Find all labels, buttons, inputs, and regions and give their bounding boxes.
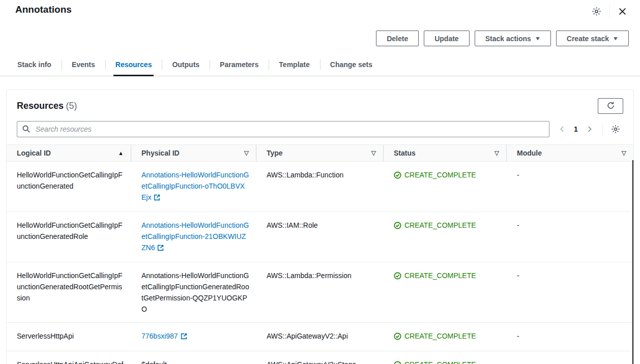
physical-id-cell: $default — [131, 351, 256, 364]
table-row[interactable]: HelloWorldFunctionGetCallingIpFunctionGe… — [7, 262, 633, 323]
module-cell: - — [507, 351, 633, 364]
previous-page-button[interactable] — [557, 125, 568, 134]
column-label: Logical ID — [17, 149, 51, 157]
chevron-down-icon: ▼ — [534, 36, 541, 41]
logical-id-cell: HelloWorldFunctionGetCallingIpFunctionGe… — [7, 212, 131, 262]
physical-id-cell: Annotations-HelloWorldFunctionGetCalling… — [131, 262, 256, 322]
module-cell: - — [507, 212, 633, 262]
table-preferences-gear-icon[interactable] — [610, 124, 621, 135]
column-label: Type — [267, 149, 283, 157]
table-row[interactable]: HelloWorldFunctionGetCallingIpFunctionGe… — [7, 212, 633, 262]
column-header-type[interactable]: Type ▽ — [256, 145, 384, 161]
search-icon — [22, 125, 31, 135]
refresh-button[interactable] — [598, 98, 623, 114]
column-header-status[interactable]: Status ▽ — [384, 145, 507, 161]
tab-events[interactable]: Events — [62, 55, 105, 76]
stack-actions-button[interactable]: Stack actions ▼ — [475, 31, 551, 46]
type-cell: AWS::IAM::Role — [256, 212, 384, 262]
tab-stack-info[interactable]: Stack info — [7, 55, 62, 76]
refresh-icon — [606, 101, 615, 111]
update-button-label: Update — [434, 35, 458, 43]
external-link-icon — [157, 243, 164, 254]
sort-ascending-icon: ▲ — [118, 150, 124, 156]
status-cell: CREATE_COMPLETE — [384, 162, 507, 211]
pagination: 1 — [557, 123, 621, 135]
table-toolbar: 1 — [7, 120, 633, 144]
table-row[interactable]: ServerlessHttpApiApiGatewayDefaultStage … — [7, 351, 633, 364]
physical-id-text: $default — [141, 360, 167, 364]
table-row[interactable]: ServerlessHttpApi 776bsxi987 AWS::ApiGat… — [7, 323, 633, 351]
search-input[interactable] — [17, 121, 549, 137]
physical-id-link[interactable]: Annotations-HelloWorldFunctionGetCalling… — [141, 171, 249, 201]
status-cell: CREATE_COMPLETE — [384, 262, 507, 322]
tab-change-sets[interactable]: Change sets — [320, 55, 383, 76]
column-header-physical-id[interactable]: Physical ID ▽ — [131, 145, 256, 161]
stack-action-buttons: Delete Update Stack actions ▼ Create sta… — [0, 17, 640, 46]
tab-outputs[interactable]: Outputs — [162, 55, 210, 76]
delete-button-label: Delete — [387, 35, 408, 43]
filter-icon: ▽ — [244, 149, 249, 157]
column-header-module[interactable]: Module ▽ — [507, 145, 633, 161]
create-stack-button[interactable]: Create stack ▼ — [556, 31, 629, 46]
physical-id-cell: Annotations-HelloWorldFunctionGetCalling… — [131, 162, 256, 211]
type-cell: AWS::Lambda::Function — [256, 162, 384, 211]
success-check-icon — [394, 171, 401, 182]
delete-button[interactable]: Delete — [376, 31, 419, 46]
filter-icon: ▽ — [622, 149, 626, 157]
status-cell: CREATE_COMPLETE — [384, 212, 507, 262]
column-label: Physical ID — [141, 149, 180, 157]
column-label: Module — [517, 149, 542, 157]
success-check-icon — [394, 360, 401, 364]
physical-id-link[interactable]: 776bsxi987 — [141, 332, 187, 340]
module-cell: - — [507, 262, 633, 322]
create-stack-button-label: Create stack — [567, 35, 609, 43]
table-row[interactable]: HelloWorldFunctionGetCallingIpFunctionGe… — [7, 162, 633, 212]
type-cell: AWS::ApiGatewayV2::Api — [256, 323, 384, 351]
physical-id-link[interactable]: Annotations-HelloWorldFunctionGetCalling… — [141, 221, 249, 252]
resources-table: Logical ID ▲ Physical ID ▽ Type ▽ Status… — [7, 144, 633, 364]
current-page-number[interactable]: 1 — [570, 125, 582, 133]
logical-id-cell: ServerlessHttpApi — [7, 323, 131, 351]
status-text: CREATE_COMPLETE — [404, 330, 476, 342]
success-check-icon — [394, 221, 401, 232]
stack-actions-button-label: Stack actions — [485, 35, 531, 43]
success-check-icon — [394, 271, 401, 283]
physical-id-cell: 776bsxi987 — [131, 323, 256, 351]
table-body: HelloWorldFunctionGetCallingIpFunctionGe… — [7, 162, 633, 364]
module-cell: - — [507, 162, 633, 211]
resource-count-badge: (5) — [66, 101, 77, 111]
tab-resources[interactable]: Resources — [105, 55, 162, 76]
type-cell: AWS::ApiGatewayV2::Stage — [256, 351, 384, 364]
external-link-icon — [154, 193, 160, 204]
close-icon[interactable] — [617, 6, 628, 17]
tab-template[interactable]: Template — [269, 55, 319, 76]
pager-divider — [602, 123, 603, 135]
page-title: Annotations — [15, 3, 72, 15]
tab-parameters[interactable]: Parameters — [210, 55, 269, 76]
panel-title: Resources — [17, 101, 64, 111]
status-text: CREATE_COMPLETE — [404, 169, 476, 180]
stack-detail-tabs: Stack info Events Resources Outputs Para… — [0, 55, 640, 76]
titlebar-divider — [609, 5, 610, 17]
column-label: Status — [394, 149, 416, 157]
table-header-row: Logical ID ▲ Physical ID ▽ Type ▽ Status… — [7, 144, 633, 162]
chevron-down-icon: ▼ — [613, 36, 619, 41]
vertical-scrollbar[interactable] — [632, 160, 633, 364]
status-text: CREATE_COMPLETE — [404, 270, 476, 281]
filter-icon: ▽ — [494, 149, 499, 157]
physical-id-text: Annotations-HelloWorldFunctionGetCalling… — [141, 271, 249, 313]
status-cell: CREATE_COMPLETE — [384, 351, 507, 364]
logical-id-cell: HelloWorldFunctionGetCallingIpFunctionGe… — [7, 162, 131, 211]
next-page-button[interactable] — [584, 125, 595, 134]
column-header-logical-id[interactable]: Logical ID ▲ — [7, 145, 131, 161]
status-text: CREATE_COMPLETE — [404, 359, 476, 364]
module-cell: - — [507, 323, 633, 351]
external-link-icon — [181, 331, 187, 343]
logical-id-cell: ServerlessHttpApiApiGatewayDefaultStage — [7, 351, 131, 364]
logical-id-cell: HelloWorldFunctionGetCallingIpFunctionGe… — [7, 262, 131, 322]
filter-icon: ▽ — [371, 149, 376, 157]
resources-panel: Resources (5) — [6, 89, 634, 364]
settings-gear-icon[interactable] — [591, 6, 602, 17]
success-check-icon — [394, 332, 401, 343]
update-button[interactable]: Update — [424, 31, 469, 46]
